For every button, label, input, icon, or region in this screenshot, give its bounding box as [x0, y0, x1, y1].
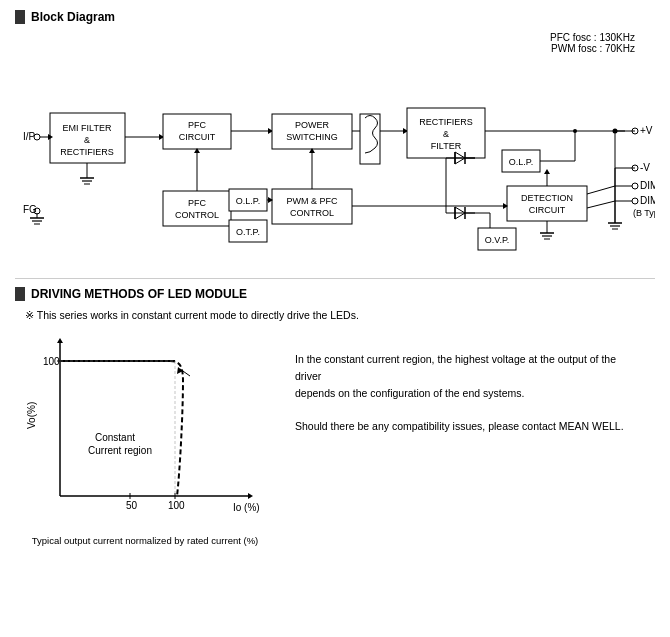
svg-text:CIRCUIT: CIRCUIT — [179, 132, 216, 142]
svg-text:50: 50 — [126, 500, 138, 511]
svg-rect-73 — [272, 189, 352, 224]
block-diagram-area: I/P FG EMI FILTER & RECTIFIERS — [15, 58, 655, 268]
svg-text:Io (%): Io (%) — [233, 502, 260, 513]
svg-point-44 — [632, 198, 638, 204]
svg-text:PFC: PFC — [188, 198, 207, 208]
desc-line2: depends on the configuration of the end … — [295, 385, 635, 402]
svg-text:O.L.P.: O.L.P. — [509, 157, 533, 167]
svg-text:100: 100 — [168, 500, 185, 511]
header-box-icon — [15, 10, 25, 24]
svg-point-41 — [632, 183, 638, 189]
driving-content: Vo(%) Io (%) 100 50 100 — [15, 331, 655, 546]
svg-text:-V: -V — [640, 162, 650, 173]
svg-marker-57 — [544, 169, 550, 174]
svg-line-58 — [587, 186, 615, 194]
chart-caption: Typical output current normalized by rat… — [15, 535, 275, 546]
desc-line3: Should there be any compatibility issues… — [295, 418, 635, 435]
block-diagram-section: Block Diagram PFC fosc : 130KHz PWM fosc… — [15, 10, 655, 268]
svg-text:PWM & PFC: PWM & PFC — [287, 196, 338, 206]
svg-text:O.V.P.: O.V.P. — [485, 235, 510, 245]
svg-text:Current region: Current region — [88, 445, 152, 456]
svg-text:100: 100 — [43, 356, 60, 367]
svg-rect-64 — [163, 191, 231, 226]
svg-text:DIM-: DIM- — [640, 195, 655, 206]
svg-text:+V: +V — [640, 125, 653, 136]
svg-line-59 — [587, 201, 615, 208]
driving-chart: Vo(%) Io (%) 100 50 100 — [15, 331, 275, 531]
svg-text:Vo(%): Vo(%) — [26, 402, 37, 429]
svg-text:RECTIFIERS: RECTIFIERS — [60, 147, 114, 157]
desc-line1: In the constant current region, the high… — [295, 351, 635, 385]
driving-description: In the constant current region, the high… — [295, 331, 635, 435]
svg-text:DETECTION: DETECTION — [521, 193, 573, 203]
driving-note: ※ This series works in constant current … — [25, 309, 655, 321]
svg-text:POWER: POWER — [295, 120, 330, 130]
page: Block Diagram PFC fosc : 130KHz PWM fosc… — [0, 0, 670, 556]
svg-point-52 — [573, 129, 577, 133]
block-diagram-header: Block Diagram — [15, 10, 655, 24]
svg-text:SWITCHING: SWITCHING — [286, 132, 338, 142]
driving-methods-title: DRIVING METHODS OF LED MODULE — [31, 287, 247, 301]
svg-text:&: & — [84, 135, 90, 145]
svg-text:CONTROL: CONTROL — [290, 208, 334, 218]
svg-text:Constant: Constant — [95, 432, 135, 443]
svg-text:PFC: PFC — [188, 120, 207, 130]
svg-text:DIM+: DIM+ — [640, 180, 655, 191]
svg-marker-109 — [57, 338, 63, 343]
block-diagram-title: Block Diagram — [31, 10, 115, 24]
svg-text:FILTER: FILTER — [431, 141, 462, 151]
svg-text:O.L.P.: O.L.P. — [236, 196, 260, 206]
driving-methods-header: DRIVING METHODS OF LED MODULE — [15, 287, 655, 301]
svg-text:(B Type): (B Type) — [633, 208, 655, 218]
driving-methods-section: DRIVING METHODS OF LED MODULE ※ This ser… — [15, 278, 655, 546]
svg-rect-53 — [507, 186, 587, 221]
pfc-note: PFC fosc : 130KHz PWM fosc : 70KHz — [15, 32, 655, 54]
block-diagram-svg: I/P FG EMI FILTER & RECTIFIERS — [15, 58, 655, 268]
driving-header-box-icon — [15, 287, 25, 301]
chart-container: Vo(%) Io (%) 100 50 100 — [15, 331, 275, 546]
svg-text:CIRCUIT: CIRCUIT — [529, 205, 566, 215]
svg-marker-110 — [248, 493, 253, 499]
svg-text:CONTROL: CONTROL — [175, 210, 219, 220]
svg-text:RECTIFIERS: RECTIFIERS — [419, 117, 473, 127]
svg-text:O.T.P.: O.T.P. — [236, 227, 260, 237]
svg-text:EMI FILTER: EMI FILTER — [63, 123, 112, 133]
svg-text:&: & — [443, 129, 449, 139]
